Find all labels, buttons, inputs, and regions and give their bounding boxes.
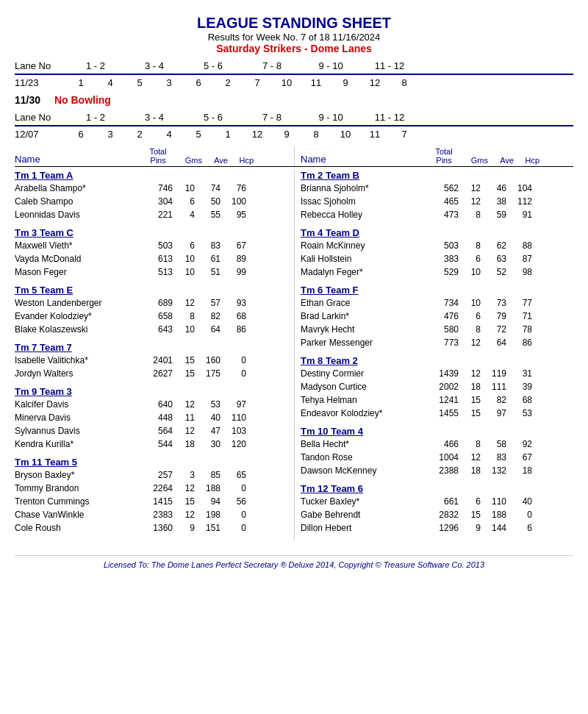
- player-row: Tehya Helman1241158268: [301, 393, 573, 407]
- team-name: Tm 6 Team F: [301, 285, 573, 296]
- player-hcp: 97: [220, 398, 246, 411]
- no-bowling: 11/30 No Bowling: [15, 94, 573, 106]
- lane-value: 9: [331, 77, 360, 88]
- player-gms: 6: [173, 239, 195, 252]
- player-ave: 79: [481, 310, 506, 323]
- player-name: Kendra Kurilla*: [15, 438, 136, 451]
- player-pins: 2002: [422, 380, 459, 393]
- player-name: Chase VanWinkle: [15, 508, 136, 521]
- player-pins: 529: [422, 265, 459, 279]
- player-hcp: 56: [220, 495, 246, 508]
- player-hcp: 87: [506, 252, 532, 265]
- player-row: Chase VanWinkle2383121980: [15, 508, 290, 521]
- player-pins: 476: [422, 310, 459, 323]
- team-block: Tm 4 Team DRoain McKinney50386288Kali Ho…: [301, 227, 573, 279]
- player-row: Isabelle Valitichka*2401151600: [15, 354, 290, 367]
- lane-value: 5: [184, 129, 213, 140]
- player-ave: 74: [195, 182, 220, 195]
- team-block: Tm 12 Team 6Tucker Baxley*661611040Gabe …: [301, 483, 573, 535]
- player-name: Tandon Rose: [301, 451, 422, 464]
- player-row: Evander Kolodziey*65888268: [15, 310, 290, 323]
- player-gms: 3: [173, 468, 195, 482]
- team-name: Tm 11 Team 5: [15, 457, 290, 468]
- player-name: Kalcifer Davis: [15, 398, 136, 411]
- player-hcp: 40: [506, 495, 532, 508]
- player-hcp: 112: [506, 195, 532, 208]
- team-block: Tm 7 Team 7Isabelle Valitichka*240115160…: [15, 342, 290, 380]
- player-gms: 8: [173, 310, 195, 323]
- player-name: Brianna Sjoholm*: [301, 182, 422, 195]
- player-hcp: 0: [220, 508, 246, 521]
- player-hcp: 53: [506, 407, 532, 420]
- lane-value: 2: [125, 129, 154, 140]
- player-row: Rebecca Holley47385991: [301, 208, 573, 221]
- team-name: Tm 1 Team A: [15, 170, 290, 181]
- player-pins: 643: [136, 323, 173, 336]
- player-name: Gabe Behrendt: [301, 508, 422, 521]
- player-ave: 188: [195, 482, 220, 495]
- player-hcp: 0: [220, 521, 246, 535]
- lane-value: 12: [360, 77, 390, 88]
- player-gms: 12: [173, 424, 195, 438]
- player-row: Leonnidas Davis22145595: [15, 208, 290, 221]
- player-name: Issac Sjoholm: [301, 195, 422, 208]
- player-gms: 15: [459, 508, 481, 521]
- player-name: Evander Kolodziey*: [15, 310, 136, 323]
- player-gms: 12: [459, 451, 481, 464]
- player-name: Maxwell Vieth*: [15, 239, 136, 252]
- player-pins: 1439: [422, 367, 459, 380]
- team-block: Tm 11 Team 5Bryson Baxley*25738565Tommy …: [15, 457, 290, 535]
- player-row: Bella Hecht*46685892: [301, 438, 573, 451]
- player-ave: 59: [481, 208, 506, 221]
- player-hcp: 18: [506, 464, 532, 477]
- lane-pair-header: 11 - 12: [360, 60, 419, 71]
- teams-container: Tm 1 Team AArabella Shampo*746107476Cale…: [15, 170, 573, 540]
- lane-pair-header: 5 - 6: [184, 60, 243, 71]
- strikers-subtitle: Saturday Strikers - Dome Lanes: [15, 43, 573, 54]
- team-name: Tm 2 Team B: [301, 170, 573, 181]
- player-pins: 1004: [422, 451, 459, 464]
- player-gms: 15: [459, 407, 481, 420]
- player-pins: 2627: [136, 367, 173, 380]
- player-hcp: 91: [506, 208, 532, 221]
- lane-value: 9: [272, 129, 301, 140]
- player-ave: 151: [195, 521, 220, 535]
- player-name: Cole Roush: [15, 521, 136, 535]
- player-gms: 8: [459, 208, 481, 221]
- player-name: Dillon Hebert: [301, 521, 422, 535]
- player-pins: 1455: [422, 407, 459, 420]
- lane-pair-header: 5 - 6: [184, 112, 243, 123]
- player-pins: 503: [136, 239, 173, 252]
- gms-col-header-right: Gms: [462, 156, 488, 165]
- team-name: Tm 10 Team 4: [301, 426, 573, 437]
- player-gms: 8: [459, 239, 481, 252]
- hcp-col-header-right: Hcp: [514, 156, 539, 165]
- player-row: Dawson McKenney23881813218: [301, 464, 573, 477]
- team-block: Tm 6 Team FEthan Grace734107377Brad Lark…: [301, 285, 573, 349]
- lane-pair-header: 11 - 12: [360, 112, 419, 123]
- player-pins: 1360: [136, 521, 173, 535]
- player-ave: 62: [481, 239, 506, 252]
- player-name: Trenton Cummings: [15, 495, 136, 508]
- player-hcp: 89: [220, 252, 246, 265]
- player-hcp: 0: [506, 508, 532, 521]
- player-gms: 12: [459, 336, 481, 349]
- player-row: Brad Larkin*47667971: [301, 310, 573, 323]
- player-pins: 503: [422, 239, 459, 252]
- footer: Licensed To: The Dome Lanes Perfect Secr…: [15, 555, 573, 569]
- player-ave: 53: [195, 398, 220, 411]
- player-gms: 10: [173, 265, 195, 279]
- lane-value: 12: [243, 129, 272, 140]
- player-ave: 46: [481, 182, 506, 195]
- lane-pair-header: 9 - 10: [301, 60, 360, 71]
- player-ave: 188: [481, 508, 506, 521]
- player-row: Madalyn Feger*529105298: [301, 265, 573, 279]
- player-ave: 47: [195, 424, 220, 438]
- player-gms: 10: [173, 252, 195, 265]
- hcp-col-header-left: Hcp: [228, 156, 254, 165]
- player-pins: 513: [136, 265, 173, 279]
- player-hcp: 86: [506, 336, 532, 349]
- standings-section: Name TotalPins Gms Ave Hcp Name TotalPin…: [15, 147, 573, 540]
- player-pins: 466: [422, 438, 459, 451]
- player-hcp: 6: [506, 521, 532, 535]
